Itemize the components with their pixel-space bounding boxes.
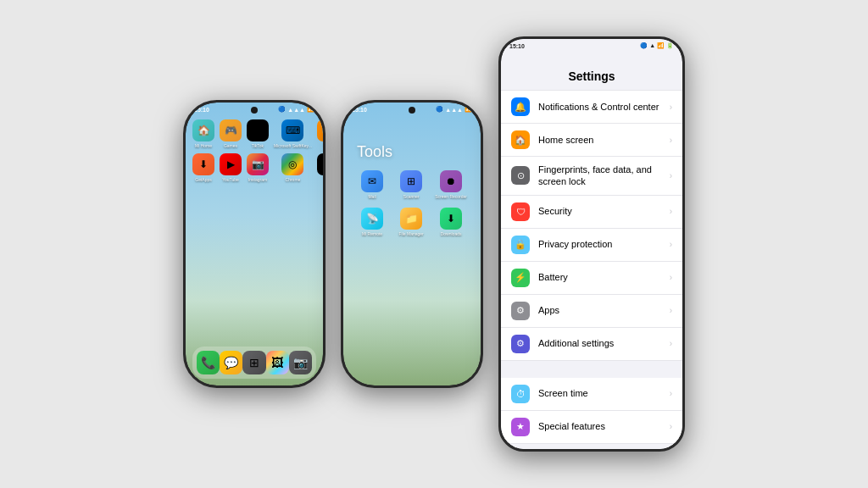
tool-icon-file-manager[interactable]: 📁 File Manager xyxy=(396,208,426,236)
app-icon-img: 📷 xyxy=(247,153,269,175)
tool-icon-label: Downloads xyxy=(441,231,462,236)
app-grid: 🏠 Mi Home 🎮 Games ♪ TikTok ⌨ Microsoft S… xyxy=(186,119,323,182)
tool-icon-screen-recorder[interactable]: ⏺ Screen Recorder xyxy=(435,170,467,199)
settings-item-icon: ★ xyxy=(511,418,530,436)
app-icon-label: TikTok xyxy=(252,143,264,148)
tool-icon-label: Mi Remote xyxy=(362,231,382,236)
punch-hole xyxy=(251,107,258,114)
tools-app-grid: ✉ Mail ⊞ Scanner ⏺ Screen Recorder 📡 Mi … xyxy=(343,170,481,236)
chevron-icon: › xyxy=(670,422,672,431)
app-icon-getapps[interactable]: ⬇ GetApps xyxy=(192,153,214,182)
app-icon-img: ◎ xyxy=(281,153,303,175)
app-icon-instagram[interactable]: 📷 Instagram xyxy=(247,153,269,182)
dock-icon[interactable]: 💬 xyxy=(220,351,242,374)
tool-icon-img: 📁 xyxy=(400,208,422,230)
settings-item-label: Home screen xyxy=(538,134,670,146)
phone-home: 15:10 🔵 ▲▲▲ 📶 🏠 Mi Home 🎮 Games ♪ TikTok… xyxy=(183,100,326,388)
settings-list[interactable]: 🔔 Notifications & Control center › 🏠 Hom… xyxy=(501,90,682,449)
tool-icon-img: 📡 xyxy=(361,208,383,230)
app-icon-microsoft-swiftkey...[interactable]: ⌨ Microsoft SwiftKey... xyxy=(274,119,312,148)
chevron-icon: › xyxy=(670,103,672,112)
tools-folder-label: Tools xyxy=(357,143,392,161)
dock-icon[interactable]: ⊞ xyxy=(242,351,265,374)
tool-icon-label: Screen Recorder xyxy=(435,194,467,199)
dock-icon[interactable]: 🖼 xyxy=(266,351,289,374)
status-icons-1: 🔵 ▲▲▲ 📶 xyxy=(278,106,314,113)
settings-item-icon: ⊙ xyxy=(511,166,530,185)
settings-item-additional-settings[interactable]: ⚙ Additional settings › xyxy=(501,328,682,361)
time-2: 15:10 xyxy=(352,107,367,113)
app-icon-img: ⌨ xyxy=(281,119,303,141)
settings-item-notifications-control-center[interactable]: 🔔 Notifications & Control center › xyxy=(501,90,682,124)
status-bar-3: 15:10 🔵 ▲ 📶 🔋 xyxy=(501,39,682,53)
tool-icon-mi-remote[interactable]: 📡 Mi Remote xyxy=(357,208,387,236)
dock-icon[interactable]: 📷 xyxy=(289,351,312,374)
tool-icon-img: ⬇ xyxy=(440,208,462,230)
settings-item-label: Notifications & Control center xyxy=(538,101,670,113)
settings-item-label: Apps xyxy=(538,304,670,316)
app-icon-label: Microsoft SwiftKey... xyxy=(274,143,312,148)
settings-item-label: Privacy protection xyxy=(538,238,670,250)
settings-item-label: Additional settings xyxy=(538,337,670,349)
app-icon-img: ♪ xyxy=(247,119,269,141)
status-icons-3: 🔵 ▲ 📶 🔋 xyxy=(640,42,674,49)
settings-item-screen-time[interactable]: ⏱ Screen time › xyxy=(501,378,682,411)
chevron-icon: › xyxy=(670,389,672,398)
app-icon-label: GetApps xyxy=(195,177,211,182)
tool-icon-label: File Manager xyxy=(399,231,424,236)
tool-icon-downloads[interactable]: ⬇ Downloads xyxy=(435,208,467,236)
settings-item-privacy-protection[interactable]: 🔒 Privacy protection › xyxy=(501,229,682,262)
dock: 📞💬⊞🖼📷 xyxy=(192,347,316,379)
chevron-icon: › xyxy=(670,171,672,180)
settings-item-special-features[interactable]: ★ Special features › xyxy=(501,411,682,444)
app-icon-img: ▶ xyxy=(220,153,242,175)
tool-icon-label: Mail xyxy=(368,194,376,199)
tool-icon-label: Scanner xyxy=(403,194,420,199)
settings-item-label: Special features xyxy=(538,420,670,432)
app-icon-vlc[interactable]: ▶ VLC xyxy=(317,119,323,148)
time-3: 15:10 xyxy=(509,43,525,49)
settings-item-home-screen[interactable]: 🏠 Home screen › xyxy=(501,124,682,157)
settings-title: Settings xyxy=(501,53,682,90)
settings-item-apps[interactable]: ⚙ Apps › xyxy=(501,295,682,328)
tool-icon-img: ⏺ xyxy=(440,170,462,192)
settings-item-icon: ⏱ xyxy=(511,385,530,403)
settings-item-icon: 🔒 xyxy=(511,236,530,254)
app-icon-chrome[interactable]: ◎ Chrome xyxy=(274,153,312,182)
dock-icon[interactable]: 📞 xyxy=(197,351,220,374)
app-icon-tiktok[interactable]: ♪ TikTok xyxy=(247,119,269,148)
app-icon-youtube[interactable]: ▶ YouTube xyxy=(220,153,242,182)
app-icon-label: Games xyxy=(224,143,237,148)
tool-icon-img: ✉ xyxy=(361,170,383,192)
settings-screen: 15:10 🔵 ▲ 📶 🔋 Settings 🔔 Notifications &… xyxy=(501,39,682,449)
phone-settings: 15:10 🔵 ▲ 📶 🔋 Settings 🔔 Notifications &… xyxy=(498,36,685,452)
app-icon-mi-home[interactable]: 🏠 Mi Home xyxy=(192,119,214,148)
app-icon-x[interactable]: ✕ X xyxy=(317,153,323,182)
app-icon-img: ⬇ xyxy=(192,153,214,175)
app-icon-img: 🏠 xyxy=(192,119,214,141)
tools-screen: Tools ✉ Mail ⊞ Scanner ⏺ Screen Recorder… xyxy=(343,103,481,385)
settings-separator xyxy=(501,444,682,449)
time-1: 15:10 xyxy=(194,107,209,113)
settings-item-icon: 🏠 xyxy=(511,130,530,149)
home-screen: 🏠 Mi Home 🎮 Games ♪ TikTok ⌨ Microsoft S… xyxy=(186,103,323,385)
settings-item-label: Security xyxy=(538,205,670,217)
tool-icon-mail[interactable]: ✉ Mail xyxy=(357,170,387,199)
settings-item-icon: 🛡 xyxy=(511,202,530,221)
settings-item-label: Screen time xyxy=(538,387,670,399)
settings-item-battery[interactable]: ⚡ Battery › xyxy=(501,262,682,295)
status-icons-2: 🔵 ▲▲▲ 📶 xyxy=(436,106,472,113)
app-icon-label: YouTube xyxy=(222,177,239,182)
tool-icon-scanner[interactable]: ⊞ Scanner xyxy=(396,170,426,199)
tool-icon-img: ⊞ xyxy=(400,170,422,192)
app-icon-img: ✕ xyxy=(317,153,323,175)
app-icon-games[interactable]: 🎮 Games xyxy=(220,119,242,148)
chevron-icon: › xyxy=(670,306,672,315)
app-icon-img: 🎮 xyxy=(220,119,242,141)
settings-item-fingerprints-face-data-and-screen-lock[interactable]: ⊙ Fingerprints, face data, and screen lo… xyxy=(501,157,682,196)
app-icon-label: Chrome xyxy=(286,177,301,182)
settings-item-security[interactable]: 🛡 Security › xyxy=(501,196,682,229)
settings-item-icon: ⚡ xyxy=(511,269,530,287)
punch-hole-2 xyxy=(409,107,415,114)
app-icon-label: Instagram xyxy=(248,177,267,182)
